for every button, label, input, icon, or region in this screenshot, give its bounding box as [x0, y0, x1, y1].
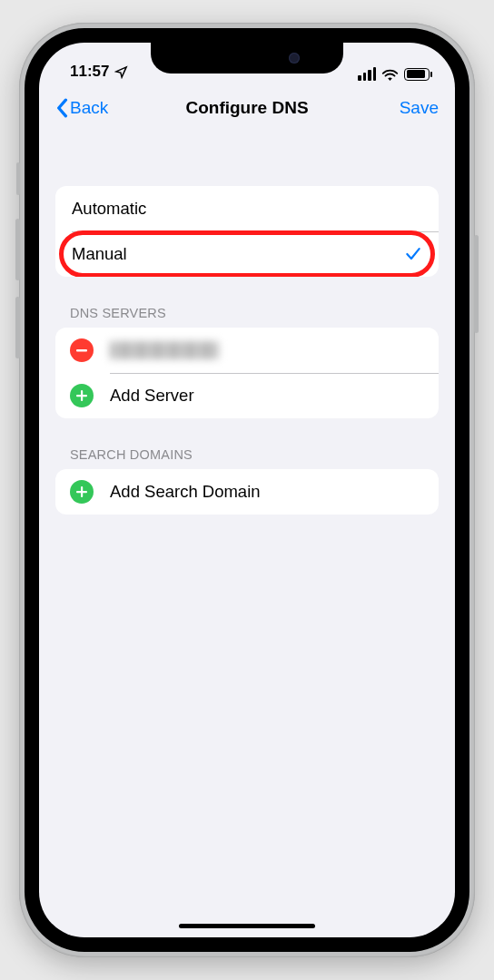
- add-server-button[interactable]: Add Server: [55, 373, 439, 418]
- add-search-domain-button[interactable]: Add Search Domain: [55, 469, 439, 514]
- status-left: 11:57: [64, 63, 128, 81]
- notch: [151, 43, 343, 74]
- minus-icon: [75, 344, 88, 357]
- status-right: [358, 67, 430, 81]
- option-automatic-label: Automatic: [72, 199, 146, 219]
- add-server-label: Add Server: [110, 386, 194, 406]
- add-domain-icon-button[interactable]: [70, 480, 94, 504]
- screen: 11:57: [39, 43, 455, 937]
- nav-bar: Back Configure DNS Save: [39, 84, 455, 132]
- page-title: Configure DNS: [185, 98, 308, 118]
- dns-servers-group: Add Server: [55, 328, 439, 418]
- home-indicator[interactable]: [179, 924, 315, 929]
- search-domains-header: SEARCH DOMAINS: [39, 447, 455, 469]
- mute-switch: [16, 162, 20, 195]
- bezel: 11:57: [25, 28, 469, 952]
- svg-rect-0: [76, 349, 87, 351]
- dns-servers-header: DNS SERVERS: [39, 306, 455, 328]
- add-domain-label: Add Search Domain: [110, 482, 261, 502]
- svg-rect-2: [76, 395, 87, 397]
- plus-icon: [75, 485, 88, 498]
- content: Automatic Manual DNS SERVERS: [39, 132, 455, 937]
- status-time: 11:57: [70, 63, 109, 81]
- dns-mode-group: Automatic Manual: [55, 186, 439, 277]
- option-manual[interactable]: Manual: [55, 231, 439, 277]
- search-domains-group: Add Search Domain: [55, 469, 439, 514]
- svg-rect-4: [76, 491, 87, 493]
- dns-server-value-redacted: [110, 341, 219, 359]
- back-button[interactable]: Back: [55, 98, 108, 118]
- battery-icon: [404, 68, 430, 81]
- volume-down-button: [15, 297, 20, 358]
- side-button: [474, 235, 479, 333]
- back-label: Back: [70, 98, 108, 118]
- option-manual-label: Manual: [72, 244, 127, 264]
- checkmark-icon: [404, 245, 422, 263]
- delete-server-button[interactable]: [70, 338, 94, 362]
- dns-server-row[interactable]: [55, 328, 439, 373]
- phone-frame: 11:57: [19, 23, 475, 957]
- cellular-icon: [358, 67, 376, 81]
- location-icon: [114, 65, 128, 79]
- option-automatic[interactable]: Automatic: [55, 186, 439, 231]
- wifi-icon: [381, 68, 399, 81]
- plus-icon: [75, 389, 88, 402]
- volume-up-button: [15, 219, 20, 280]
- add-server-icon-button[interactable]: [70, 384, 94, 407]
- save-button[interactable]: Save: [400, 98, 439, 118]
- chevron-left-icon: [55, 98, 68, 118]
